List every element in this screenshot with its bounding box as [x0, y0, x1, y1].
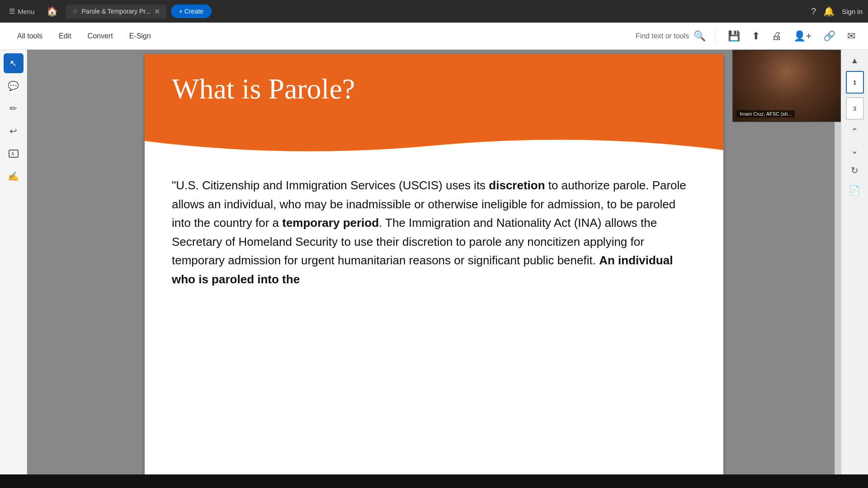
- mail-icon[interactable]: ✉: [847, 30, 855, 42]
- all-tools-button[interactable]: All tools: [9, 28, 51, 44]
- scroll-down-icon[interactable]: ⌄: [848, 142, 861, 159]
- tab-close-button[interactable]: ✕: [154, 7, 160, 16]
- right-sidebar: ▲ 1 3 ⌃ ⌄ ↻ 📄: [841, 50, 868, 488]
- notification-icon[interactable]: 🔔: [823, 6, 835, 17]
- menu-button[interactable]: ☰ Menu: [5, 5, 38, 17]
- home-button[interactable]: 🏠: [43, 4, 61, 19]
- add-user-icon[interactable]: 👤+: [793, 30, 811, 42]
- print-icon[interactable]: 🖨: [772, 30, 782, 42]
- help-icon[interactable]: ?: [811, 6, 816, 17]
- body-bold-2: temporary period: [282, 216, 379, 230]
- document-icon[interactable]: 📄: [846, 182, 863, 198]
- video-person: Imani Cruz, AFSC (sh...: [733, 51, 840, 121]
- page-title: What is Parole?: [172, 72, 355, 106]
- toolbar-search: Find text or tools 🔍 💾 ⬆ 🖨 👤+ 🔗 ✉: [636, 29, 859, 43]
- page-thumb-1[interactable]: 1: [846, 71, 864, 94]
- document-header: What is Parole?: [145, 54, 723, 158]
- scroll-up-icon[interactable]: ⌃: [848, 123, 861, 140]
- right-scroll-arrows: ⌃ ⌄: [848, 123, 861, 159]
- refresh-icon[interactable]: ↻: [848, 162, 861, 178]
- document-area: ⋯ What is Parole? "U.S. Citizenship and …: [27, 50, 841, 488]
- star-icon: ☆: [72, 8, 78, 15]
- document-body: "U.S. Citizenship and Immigration Servic…: [145, 158, 723, 316]
- svg-text:A: A: [11, 151, 14, 156]
- body-text-1: "U.S. Citizenship and Immigration Servic…: [172, 178, 489, 192]
- link-icon[interactable]: 🔗: [823, 30, 835, 42]
- left-sidebar: ↖ 💬 ✏ ↩ A ✍: [0, 50, 27, 488]
- esign-button[interactable]: E-Sign: [121, 28, 159, 44]
- document-page: What is Parole? "U.S. Citizenship and Im…: [145, 54, 723, 483]
- save-icon[interactable]: 💾: [728, 30, 740, 42]
- body-paragraph-1: "U.S. Citizenship and Immigration Servic…: [172, 176, 696, 289]
- cursor-tool[interactable]: ↖: [4, 53, 24, 73]
- tab-title: Parole & Temporary Pr...: [82, 8, 151, 15]
- browser-chrome: ☰ Menu 🏠 ☆ Parole & Temporary Pr... ✕ + …: [0, 0, 868, 23]
- edit-button[interactable]: Edit: [51, 28, 80, 44]
- search-label: Find text or tools: [636, 32, 689, 40]
- signin-button[interactable]: Sign in: [842, 8, 863, 15]
- text-box-tool[interactable]: A: [4, 144, 24, 164]
- main-area: ↖ 💬 ✏ ↩ A ✍ ⋯ What is Parole?: [0, 50, 868, 488]
- upload-icon[interactable]: ⬆: [752, 30, 760, 42]
- convert-button[interactable]: Convert: [80, 28, 121, 44]
- toolbar: All tools Edit Convert E-Sign Find text …: [0, 23, 868, 50]
- create-button[interactable]: + Create: [171, 5, 212, 18]
- video-overlay: Imani Cruz, AFSC (sh...: [732, 50, 841, 122]
- toolbar-divider: [715, 29, 715, 43]
- link-tool[interactable]: ↩: [4, 121, 24, 141]
- browser-right-controls: ? 🔔 Sign in: [811, 6, 863, 17]
- scroll-up-arrow[interactable]: ▲: [849, 54, 861, 67]
- page-thumb-3[interactable]: 3: [846, 97, 864, 120]
- highlight-tool[interactable]: ✍: [4, 166, 24, 186]
- video-inner: Imani Cruz, AFSC (sh...: [733, 51, 840, 121]
- body-bold-1: discretion: [489, 178, 545, 192]
- browser-tab[interactable]: ☆ Parole & Temporary Pr... ✕: [66, 5, 166, 19]
- video-name-badge: Imani Cruz, AFSC (sh...: [737, 110, 795, 117]
- hamburger-icon: ☰: [9, 7, 15, 15]
- header-curve: [145, 123, 723, 158]
- comment-tool[interactable]: 💬: [4, 76, 24, 96]
- pencil-tool[interactable]: ✏: [4, 99, 24, 118]
- search-icon[interactable]: 🔍: [693, 30, 706, 42]
- bottom-bar: [0, 474, 868, 488]
